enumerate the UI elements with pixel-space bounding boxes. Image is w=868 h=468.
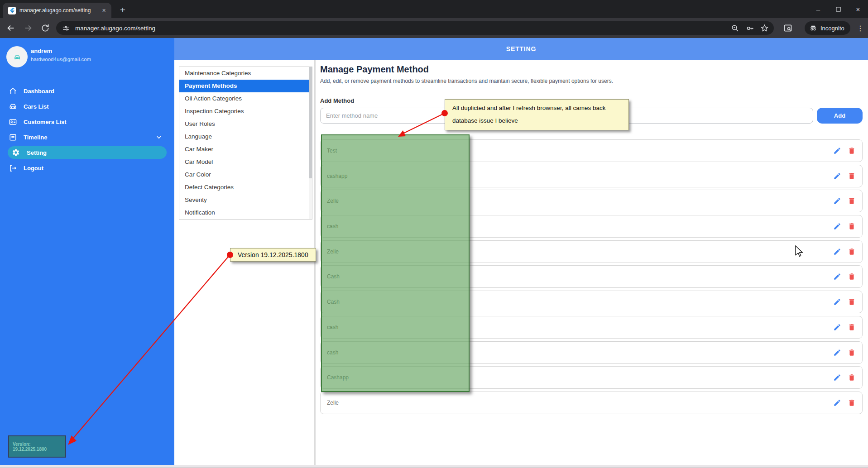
side-panel-search-icon[interactable] bbox=[783, 23, 793, 33]
settings-categories-panel: Maintenance Categories Payment Methods O… bbox=[179, 67, 312, 220]
delete-trash-icon[interactable] bbox=[848, 272, 856, 281]
site-settings-tune-icon[interactable] bbox=[62, 24, 70, 32]
section-title: Manage Payment Method bbox=[320, 64, 863, 75]
app-version-badge: Version: 19.12.2025.1800 bbox=[8, 435, 66, 458]
edit-pencil-icon[interactable] bbox=[833, 349, 841, 357]
home-icon bbox=[8, 86, 17, 96]
minimize-icon[interactable]: – bbox=[808, 0, 828, 18]
car-icon bbox=[8, 102, 17, 111]
edit-pencil-icon[interactable] bbox=[833, 272, 841, 281]
delete-trash-icon[interactable] bbox=[848, 222, 856, 230]
settings-category-item[interactable]: Language bbox=[179, 130, 312, 143]
edit-pencil-icon[interactable] bbox=[833, 373, 841, 382]
payment-method-name: Zelle bbox=[327, 400, 339, 406]
edit-pencil-icon[interactable] bbox=[833, 399, 841, 407]
sidebar-item-label: Dashboard bbox=[24, 88, 54, 95]
delete-trash-icon[interactable] bbox=[848, 399, 856, 407]
sidebar-item-timeline[interactable]: Timeline bbox=[0, 129, 174, 145]
close-icon[interactable]: × bbox=[848, 0, 868, 18]
sidebar-item-setting[interactable]: Setting bbox=[8, 146, 167, 159]
edit-pencil-icon[interactable] bbox=[833, 323, 841, 331]
settings-category-item[interactable]: Oil Action Categories bbox=[179, 92, 312, 105]
settings-category-item[interactable]: Car Model bbox=[179, 156, 312, 168]
timeline-doc-icon bbox=[8, 133, 17, 142]
avatar bbox=[6, 46, 28, 67]
tab-strip: manager.alugago.com/setting × + – × bbox=[0, 0, 868, 18]
reload-icon[interactable] bbox=[40, 23, 51, 33]
delete-trash-icon[interactable] bbox=[848, 373, 856, 382]
edit-pencil-icon[interactable] bbox=[833, 197, 841, 205]
delete-trash-icon[interactable] bbox=[848, 298, 856, 306]
browser-toolbar: manager.alugago.com/setting Incognito ⋮ bbox=[0, 18, 868, 38]
incognito-glasses-icon bbox=[809, 24, 817, 32]
annotation-note-version: Version 19.12.2025.1800 bbox=[230, 248, 316, 262]
forward-icon[interactable] bbox=[23, 23, 34, 33]
sidebar: andrem hardwood4us@gmail.com Dashboard C… bbox=[0, 38, 174, 465]
sidebar-item-customers-list[interactable]: Customers List bbox=[0, 114, 174, 129]
settings-category-item[interactable]: Defect Categories bbox=[179, 181, 312, 194]
tab-title: manager.alugago.com/setting bbox=[19, 7, 97, 14]
tab-close-icon[interactable]: × bbox=[100, 7, 108, 14]
gear-icon bbox=[11, 148, 20, 157]
edit-pencil-icon[interactable] bbox=[833, 147, 841, 155]
menu-kebab-icon[interactable]: ⋮ bbox=[855, 22, 866, 34]
page-bottom-edge bbox=[0, 465, 868, 468]
add-button[interactable]: Add bbox=[817, 108, 863, 124]
edit-pencil-icon[interactable] bbox=[833, 222, 841, 230]
sidebar-item-label: Setting bbox=[27, 149, 47, 156]
page-header-title: SETTING bbox=[506, 45, 536, 53]
edit-pencil-icon[interactable] bbox=[833, 298, 841, 306]
bookmark-star-icon[interactable] bbox=[759, 23, 769, 33]
delete-trash-icon[interactable] bbox=[848, 147, 856, 155]
maximize-icon[interactable] bbox=[828, 0, 848, 18]
categories-scrollbar[interactable] bbox=[309, 67, 312, 219]
panel-divider bbox=[314, 60, 316, 465]
incognito-label: Incognito bbox=[820, 25, 844, 32]
edit-pencil-icon[interactable] bbox=[833, 172, 841, 180]
sidebar-nav: Dashboard Cars List Customers List bbox=[0, 83, 174, 176]
logout-icon bbox=[8, 163, 17, 172]
browser-window: manager.alugago.com/setting × + – × mana… bbox=[0, 0, 868, 468]
toolbar-divider bbox=[799, 24, 799, 32]
delete-trash-icon[interactable] bbox=[848, 172, 856, 180]
sidebar-item-label: Cars List bbox=[24, 103, 49, 110]
sidebar-item-label: Timeline bbox=[24, 134, 48, 141]
user-email: hardwood4us@gmail.com bbox=[31, 57, 91, 62]
incognito-badge: Incognito bbox=[805, 21, 850, 35]
chevron-down-icon[interactable] bbox=[154, 133, 163, 142]
annotation-note-line2: database issue I believe bbox=[452, 117, 621, 124]
password-key-icon[interactable] bbox=[745, 23, 755, 33]
zoom-icon[interactable] bbox=[730, 23, 740, 33]
delete-trash-icon[interactable] bbox=[848, 197, 856, 205]
sidebar-item-label: Customers List bbox=[24, 119, 67, 125]
browser-tab[interactable]: manager.alugago.com/setting × bbox=[3, 3, 111, 18]
new-tab-button[interactable]: + bbox=[116, 4, 129, 16]
settings-category-item[interactable]: Severity bbox=[179, 194, 312, 206]
window-controls: – × bbox=[808, 0, 868, 18]
edit-pencil-icon[interactable] bbox=[833, 248, 841, 256]
annotation-note-duplicates: All duplicted and after I refresh browns… bbox=[445, 99, 629, 130]
annotation-note-line1: All duplicted and after I refresh browns… bbox=[452, 105, 621, 111]
site-favicon-icon bbox=[8, 7, 16, 14]
categories-scrollbar-thumb[interactable] bbox=[309, 67, 312, 178]
delete-trash-icon[interactable] bbox=[848, 248, 856, 256]
address-bar[interactable]: manager.alugago.com/setting bbox=[56, 21, 774, 35]
sidebar-item-dashboard[interactable]: Dashboard bbox=[0, 83, 174, 99]
settings-category-item[interactable]: Maintenance Categories bbox=[179, 67, 312, 80]
settings-category-item[interactable]: Payment Methods bbox=[179, 80, 312, 92]
settings-category-item[interactable]: Inspection Categories bbox=[179, 105, 312, 118]
sidebar-item-logout[interactable]: Logout bbox=[0, 160, 174, 176]
user-name: andrem bbox=[31, 48, 52, 54]
customers-card-icon bbox=[8, 117, 17, 126]
section-subtitle: Add, edit, or remove payment methods to … bbox=[320, 78, 863, 84]
settings-category-item[interactable]: Car Color bbox=[179, 168, 312, 181]
sidebar-item-cars-list[interactable]: Cars List bbox=[0, 99, 174, 114]
settings-category-item[interactable]: Car Maker bbox=[179, 143, 312, 156]
page-header: SETTING bbox=[174, 38, 868, 60]
back-icon[interactable] bbox=[5, 23, 16, 33]
delete-trash-icon[interactable] bbox=[848, 349, 856, 357]
settings-category-item[interactable]: User Roles bbox=[179, 118, 312, 130]
payment-method-row: Zelle bbox=[320, 392, 863, 414]
settings-category-item[interactable]: Notification bbox=[179, 206, 312, 219]
delete-trash-icon[interactable] bbox=[848, 323, 856, 331]
